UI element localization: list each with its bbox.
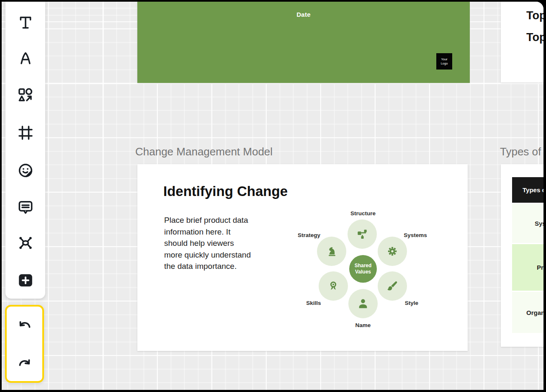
- diagram-label-name: Name: [355, 322, 371, 328]
- logo-placeholder[interactable]: Your Logo: [436, 53, 452, 70]
- table-row-label: Pr: [512, 264, 543, 271]
- shapes-tool[interactable]: [16, 86, 35, 104]
- add-tool[interactable]: [16, 271, 35, 289]
- topics-line: Top: [526, 31, 543, 44]
- redo-icon: [17, 357, 33, 373]
- sticker-icon: [17, 162, 34, 179]
- diagram-label-style: Style: [405, 300, 418, 306]
- shapes-icon: [17, 87, 34, 103]
- topics-card[interactable]: Top Top: [501, 2, 543, 83]
- types-table: Types of Sys Pr Organ: [512, 177, 543, 333]
- change-slide[interactable]: Identifying Change Place brief product d…: [137, 164, 468, 351]
- comment-icon: [17, 199, 34, 216]
- diagram-circle-structure[interactable]: [348, 219, 377, 249]
- paintbrush-icon: [386, 279, 399, 293]
- diagram-circle-style[interactable]: [378, 271, 407, 301]
- frame-label-types-of[interactable]: Types of: [500, 145, 541, 158]
- frame-label-change-management[interactable]: Change Management Model: [135, 145, 273, 158]
- date-slide-title: Date: [137, 11, 470, 18]
- undo-icon: [17, 319, 33, 335]
- toolbar: [5, 2, 45, 299]
- font-tool[interactable]: [16, 49, 35, 67]
- table-row: Pr: [512, 244, 543, 292]
- award-icon: [327, 279, 340, 293]
- diagram-circle-systems[interactable]: [378, 237, 407, 266]
- comment-tool[interactable]: [16, 198, 35, 217]
- frame-tool[interactable]: [16, 124, 35, 142]
- redo-button[interactable]: [15, 356, 34, 374]
- canvas[interactable]: Date Your Logo Top Top Change Management…: [2, 2, 543, 390]
- text-tool[interactable]: [16, 13, 35, 32]
- diagram-circle-strategy[interactable]: [317, 237, 346, 266]
- diagram-center-circle[interactable]: Shared Values: [349, 255, 377, 283]
- plus-icon: [17, 272, 34, 289]
- table-row: Organ: [512, 292, 543, 333]
- types-table-header: Types of: [512, 177, 543, 204]
- diagram-circle-skills[interactable]: [319, 271, 348, 301]
- knight-icon: [325, 245, 338, 258]
- date-slide[interactable]: Date Your Logo: [137, 2, 470, 83]
- app-window: Date Your Logo Top Top Change Management…: [0, 0, 546, 392]
- history-panel: [5, 305, 44, 383]
- diagram-label-structure: Structure: [350, 210, 376, 217]
- diagram-label-strategy: Strategy: [298, 232, 320, 238]
- gear-icon: [386, 245, 399, 258]
- table-row: Sys: [512, 204, 543, 244]
- slide-heading: Identifying Change: [163, 183, 288, 199]
- undo-button[interactable]: [15, 318, 34, 336]
- table-row-label: Organ: [512, 309, 543, 316]
- diagram-label-systems: Systems: [404, 232, 427, 238]
- diagram-circle-name[interactable]: [348, 289, 378, 318]
- types-table-header-label: Types of: [512, 186, 543, 193]
- frame-icon: [17, 124, 34, 141]
- slide-body-text: Place brief product data information her…: [164, 214, 251, 272]
- types-slide[interactable]: Types of Sys Pr Organ: [501, 164, 543, 347]
- sticker-tool[interactable]: [16, 161, 35, 180]
- table-row-label: Sys: [512, 220, 543, 227]
- person-icon: [356, 297, 370, 310]
- text-icon: [17, 14, 34, 31]
- topics-line: Top: [526, 9, 543, 22]
- diagram-label-skills: Skills: [306, 300, 321, 306]
- connector-icon: [17, 235, 34, 251]
- connector-tool[interactable]: [16, 234, 35, 252]
- letter-a-icon: [17, 50, 34, 67]
- sitemap-icon: [355, 227, 369, 241]
